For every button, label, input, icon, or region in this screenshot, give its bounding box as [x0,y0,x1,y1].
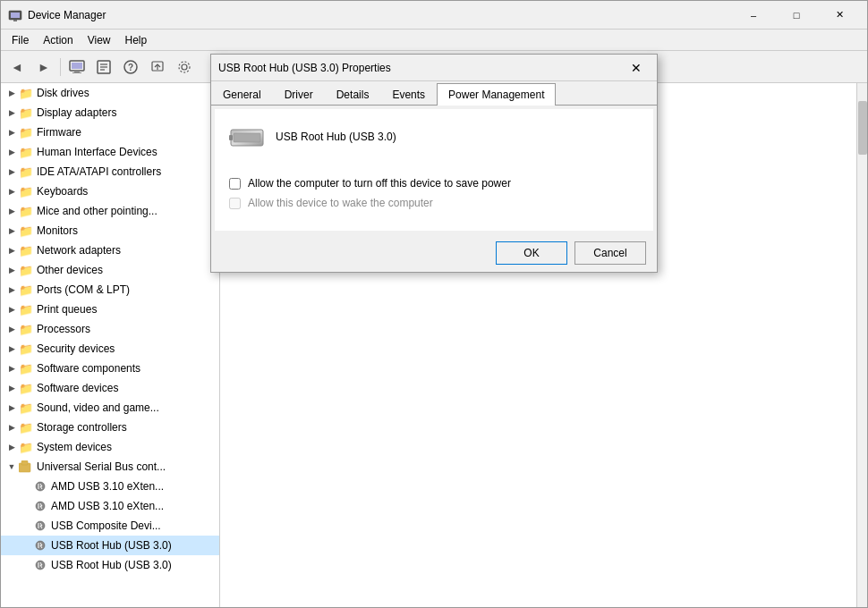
tab-details[interactable]: Details [325,83,381,106]
tab-power-management[interactable]: Power Management [437,83,556,106]
device-header: USB Root Hub (USB 3.0) [229,123,639,159]
ok-button[interactable]: OK [496,241,567,265]
checkbox-row-1: Allow the computer to turn off this devi… [229,177,639,190]
allow-turnoff-checkbox[interactable] [229,178,241,190]
tab-driver[interactable]: Driver [273,83,325,106]
svg-rect-25 [234,133,260,142]
dialog-tabs: General Driver Details Events Power Mana… [211,83,657,106]
cancel-button[interactable]: Cancel [574,241,646,265]
device-icon-container [229,123,265,150]
dialog-title: USB Root Hub (USB 3.0) Properties [218,62,623,74]
dialog-close-button[interactable]: ✕ [623,57,650,79]
dialog-body: USB Root Hub (USB 3.0) Allow the compute… [215,109,653,231]
dialog-footer: OK Cancel [211,234,657,272]
allow-turnoff-label: Allow the computer to turn off this devi… [248,177,511,190]
modal-overlay: USB Root Hub (USB 3.0) Properties ✕ Gene… [0,0,868,608]
properties-dialog: USB Root Hub (USB 3.0) Properties ✕ Gene… [210,54,658,273]
dialog-title-bar: USB Root Hub (USB 3.0) Properties ✕ [211,55,657,81]
allow-wake-label: Allow this device to wake the computer [248,197,433,209]
tab-general[interactable]: General [211,83,273,106]
allow-wake-checkbox[interactable] [229,198,241,209]
checkbox-row-2: Allow this device to wake the computer [229,197,639,209]
svg-rect-26 [229,135,233,140]
usb-hub-icon [229,124,265,149]
tab-events[interactable]: Events [380,83,437,106]
dialog-device-name: USB Root Hub (USB 3.0) [276,131,396,143]
